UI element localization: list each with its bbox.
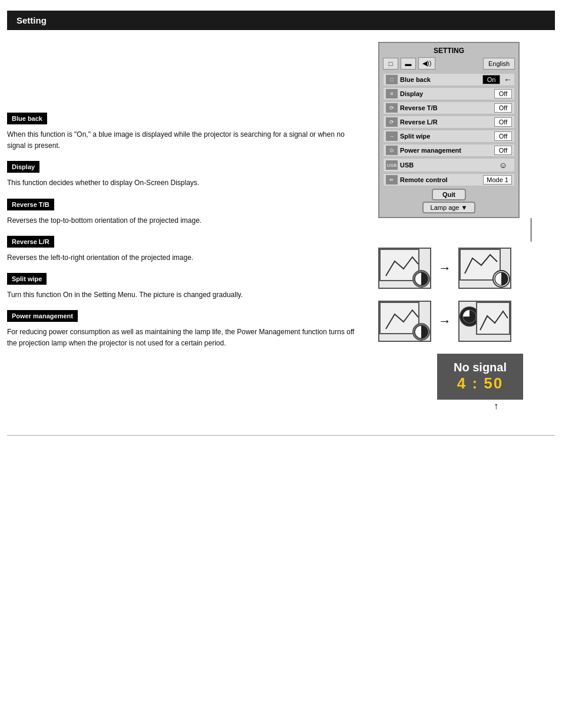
remote-control-value[interactable]: Mode 1 xyxy=(483,175,512,185)
reverse-tb-value[interactable]: Off xyxy=(494,103,512,113)
header-title: Setting xyxy=(16,15,47,25)
reverse-tb-icon: ⟳ xyxy=(386,103,398,113)
right-column: SETTING □ ▬ ◀)) English □ Blue back On ←… xyxy=(366,36,555,411)
setting-tab-video[interactable]: ▬ xyxy=(401,58,416,70)
display-icon: ≡ xyxy=(386,89,398,98)
page-header: Setting xyxy=(7,11,555,30)
diagram-tb-before-small xyxy=(412,270,430,288)
diagram-lr-after xyxy=(458,301,511,342)
pointer-line xyxy=(531,218,531,242)
section-text-power-management: For reducing power consumption as well a… xyxy=(7,327,355,349)
setting-tab-screen[interactable]: □ xyxy=(383,58,398,70)
blue-back-arrow: ← xyxy=(504,75,512,84)
setting-row-power-management[interactable]: ⊙ Power management Off xyxy=(383,144,515,157)
usb-label: USB xyxy=(400,162,492,169)
setting-panel-title: SETTING xyxy=(383,47,515,55)
setting-row-blue-back[interactable]: □ Blue back On ← xyxy=(383,73,515,86)
section-label-split-wipe: Split wipe xyxy=(7,273,47,285)
setting-row-display[interactable]: ≡ Display Off xyxy=(383,87,515,100)
display-value[interactable]: Off xyxy=(494,89,512,98)
power-management-value[interactable]: Off xyxy=(494,146,512,155)
reverse-lr-label: Reverse L/R xyxy=(400,118,492,126)
split-wipe-value[interactable]: Off xyxy=(494,131,512,141)
quit-button[interactable]: Quit xyxy=(432,189,466,200)
section-label-blue-back: Blue back xyxy=(7,113,47,124)
setting-tab-audio[interactable]: ◀)) xyxy=(418,57,435,70)
mountain-svg-after-lr xyxy=(478,305,508,334)
no-signal-title: No signal xyxy=(454,361,507,374)
pointer-container xyxy=(366,218,555,242)
power-management-label: Power management xyxy=(400,147,492,154)
section-label-reverse-lr: Reverse L/R xyxy=(7,236,54,248)
lamp-age-button[interactable]: Lamp age ▼ xyxy=(422,202,475,213)
setting-row-remote-control[interactable]: ✏ Remote control Mode 1 xyxy=(383,173,515,186)
setting-tabs: □ ▬ ◀)) English xyxy=(383,57,515,70)
bottom-rule xyxy=(7,435,555,436)
usb-value: ☺ xyxy=(494,160,512,170)
section-text-blue-back: When this function is "On," a blue image… xyxy=(7,129,355,151)
section-label-display: Display xyxy=(7,161,39,173)
diagram-tb-after-small xyxy=(492,270,510,288)
remote-control-label: Remote control xyxy=(400,176,481,183)
blue-back-label: Blue back xyxy=(400,76,480,83)
power-management-icon: ⊙ xyxy=(386,146,398,155)
diagram-tb-arrow: → xyxy=(438,261,451,276)
left-column: Blue back When this function is "On," a … xyxy=(7,36,355,411)
diagram-tb-after xyxy=(458,248,511,289)
diagram-lr-after-large xyxy=(476,302,510,335)
setting-row-reverse-lr[interactable]: ⟳ Reverse L/R Off xyxy=(383,116,515,129)
section-text-split-wipe: Turn this function On in the Setting Men… xyxy=(7,289,355,301)
setting-row-usb[interactable]: USB USB ☺ xyxy=(383,158,515,172)
diagram-lr-arrow: → xyxy=(438,314,451,329)
no-signal-container: No signal 4 : 50 ↑ xyxy=(437,354,555,411)
diagram-lr-before-small xyxy=(412,323,430,341)
diagram-reverse-tb: → xyxy=(378,248,555,289)
setting-panel: SETTING □ ▬ ◀)) English □ Blue back On ←… xyxy=(378,42,520,218)
setting-row-reverse-tb[interactable]: ⟳ Reverse T/B Off xyxy=(383,101,515,114)
diagram-tb-before xyxy=(378,248,431,289)
split-wipe-icon: ↔ xyxy=(386,131,398,141)
diagram-reverse-lr: → xyxy=(378,301,555,342)
section-text-reverse-lr: Reverses the left-to-right orientation o… xyxy=(7,252,355,263)
reverse-lr-icon: ⟳ xyxy=(386,117,398,127)
section-label-reverse-tb: Reverse T/B xyxy=(7,199,54,210)
pie-chart-after-lr xyxy=(462,309,477,324)
usb-icon: USB xyxy=(386,160,398,170)
diagram-lr-before xyxy=(378,301,431,342)
section-label-power-management: Power management xyxy=(7,310,78,322)
no-signal-box: No signal 4 : 50 xyxy=(437,354,523,400)
setting-quit-section: Quit Lamp age ▼ xyxy=(383,189,515,213)
pie-chart-after-tb xyxy=(494,272,508,286)
no-signal-time: 4 : 50 xyxy=(454,374,507,393)
section-text-display: This function decides whether to display… xyxy=(7,177,355,189)
reverse-tb-label: Reverse T/B xyxy=(400,104,492,111)
setting-row-split-wipe[interactable]: ↔ Split wipe Off xyxy=(383,130,515,143)
section-text-reverse-tb: Reverses the top-to-bottom orientation o… xyxy=(7,215,355,226)
pie-chart-before-tb xyxy=(414,272,428,286)
no-signal-arrow: ↑ xyxy=(437,401,555,411)
blue-back-value[interactable]: On xyxy=(482,75,500,84)
display-label: Display xyxy=(400,90,492,97)
split-wipe-label: Split wipe xyxy=(400,133,492,140)
remote-control-icon: ✏ xyxy=(386,175,398,185)
blue-back-icon: □ xyxy=(386,75,398,84)
pie-chart-before-lr xyxy=(414,325,428,339)
setting-tab-language[interactable]: English xyxy=(483,58,515,70)
reverse-lr-value[interactable]: Off xyxy=(494,117,512,127)
